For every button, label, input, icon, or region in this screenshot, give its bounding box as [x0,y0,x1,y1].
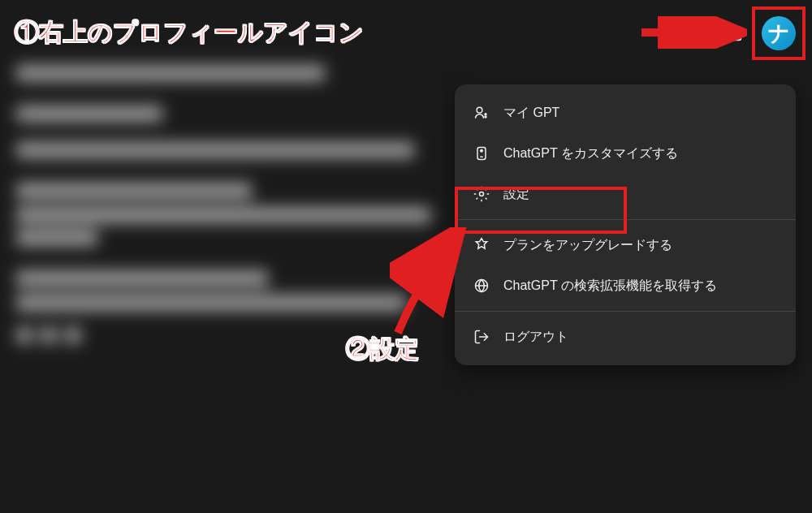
gear-icon [473,185,490,203]
annotation-profile: ①右上のプロフィールアイコン [15,16,364,50]
menu-label: ログアウト [503,329,568,346]
menu-item-customize[interactable]: ChatGPT をカスタマイズする [455,133,796,174]
menu-separator [455,219,796,220]
menu-item-logout[interactable]: ログアウト [455,317,796,357]
profile-avatar[interactable]: ナ [762,16,796,50]
menu-label: プランをアップグレードする [503,237,672,254]
menu-label: マイ GPT [503,105,559,122]
customize-icon [473,144,490,162]
annotation-settings: ②設定 [346,333,419,366]
globe-icon [473,277,490,295]
avatar-letter: ナ [768,19,790,48]
profile-dropdown-menu: マイ GPT ChatGPT をカスタマイズする 設定 プランをアップグレードす… [455,84,796,365]
menu-label: ChatGPT をカスタマイズする [503,145,678,162]
svg-point-4 [477,107,482,113]
upgrade-icon [473,236,490,254]
menu-label: 設定 [503,186,529,203]
arrow-to-settings [390,227,471,341]
menu-separator [455,311,796,312]
menu-label: ChatGPT の検索拡張機能を取得する [503,278,717,295]
svg-point-5 [485,114,486,115]
menu-item-my-gpt[interactable]: マイ GPT [455,93,796,133]
menu-item-settings[interactable]: 設定 [455,174,796,214]
svg-point-10 [480,192,484,196]
person-icon [473,104,490,122]
menu-item-upgrade[interactable]: プランをアップグレードする [455,225,796,265]
logout-icon [473,328,490,346]
blurred-background [0,0,455,513]
svg-point-6 [485,116,486,118]
menu-item-extension[interactable]: ChatGPT の検索拡張機能を取得する [455,265,796,306]
arrow-to-profile [641,16,747,49]
svg-point-8 [481,149,483,152]
